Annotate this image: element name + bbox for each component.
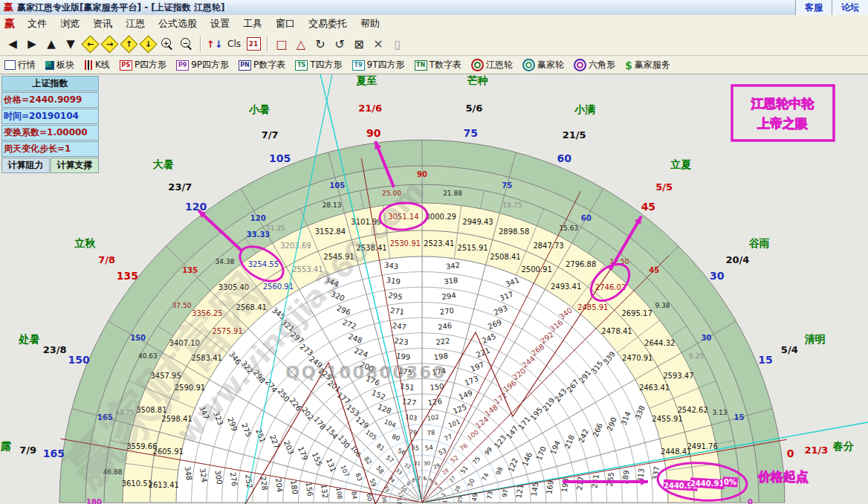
tool-江恩轮[interactable]: 江恩轮 — [471, 59, 513, 71]
triangle-tool-icon[interactable]: △ — [292, 35, 310, 53]
menu-item-资讯[interactable]: 资讯 — [86, 16, 119, 32]
flip-axis-icon[interactable]: ↑↓ — [206, 35, 224, 53]
clear-icon[interactable]: Cls — [225, 35, 243, 53]
back-icon[interactable]: ◀ — [4, 35, 22, 53]
inner-price-value: 2515.91 — [457, 244, 488, 252]
rim-date-label: 20/4 — [725, 254, 749, 265]
tool-K线[interactable]: K线 — [84, 59, 110, 71]
forward-icon[interactable]: ▶ — [23, 35, 41, 53]
page-down-icon[interactable]: ▼ — [62, 35, 80, 53]
outer-price-value: 3000.29 — [425, 213, 456, 221]
menu-item-浏览[interactable]: 浏览 — [54, 16, 86, 32]
badge-icon: PS — [120, 60, 132, 71]
rim-angle-label: 75 — [464, 127, 478, 139]
pan-up-icon[interactable]: ↑ — [120, 35, 137, 53]
menu-item-窗口[interactable]: 窗口 — [269, 16, 302, 32]
tool-T四方形[interactable]: TST四方形 — [295, 59, 342, 71]
spiral-number: 54 — [424, 444, 433, 452]
tool-P四方形[interactable]: PSP四方形 — [120, 59, 166, 71]
rim-date-label: 23/7 — [168, 181, 192, 193]
customer-service-button[interactable]: 客服 — [795, 0, 832, 16]
qq-watermark: QQ:100800360 — [285, 363, 446, 382]
menu-item-江恩[interactable]: 江恩 — [119, 16, 152, 32]
tool-9T四方形[interactable]: T99T四方形 — [352, 59, 405, 71]
tool-行情[interactable]: 行情 — [4, 59, 36, 71]
badge-icon: TS — [295, 60, 308, 71]
inner-price-value: 2493.41 — [551, 282, 581, 291]
zoom-out-icon[interactable]: − — [178, 35, 195, 53]
outer-price-value: 3254.55 — [248, 260, 279, 268]
spiral-number: 25 — [457, 496, 464, 503]
outer-price-value: 2898.58 — [499, 227, 529, 236]
rim-angle-label: 45 — [641, 201, 655, 213]
solar-term-label: 清明 — [804, 333, 825, 345]
pan-left-icon[interactable]: ← — [81, 35, 99, 53]
pan-right-icon[interactable]: → — [100, 35, 118, 53]
percent-value: 28.13 — [323, 201, 342, 209]
badge-icon: TN — [415, 60, 427, 71]
rotate-ccw-tool-icon[interactable]: ↺ — [331, 35, 349, 53]
price-start-label: 价格起点 — [757, 469, 809, 484]
rim-date-label: 7/9 — [19, 445, 36, 456]
menu-items: 文件浏览资讯江恩公式选股设置工具窗口交易委托帮助 — [21, 16, 386, 32]
quote-field: 时间=20190104 — [1, 109, 99, 124]
rim-date-label: 7/8 — [98, 254, 115, 265]
tool-9P四方形[interactable]: P99P四方形 — [176, 59, 229, 71]
percent-value: 9.38 — [655, 302, 670, 309]
zoom-in-icon[interactable]: + — [158, 35, 176, 53]
calc-support-button[interactable]: 计算支撑 — [51, 158, 99, 173]
boxed-x-tool-icon[interactable]: ⊠ — [350, 35, 368, 53]
tool-六角形[interactable]: 六角形 — [574, 59, 615, 71]
dollar-icon: $ — [625, 59, 632, 71]
tool-赢家轮[interactable]: 赢家轮 — [522, 59, 564, 71]
outer-price-value: 2949.43 — [462, 218, 493, 226]
menu-item-文件[interactable]: 文件 — [21, 16, 54, 32]
quote-field: 周天变化步长=1 — [1, 141, 99, 157]
pan-down-icon[interactable]: ↓ — [139, 35, 157, 53]
gann-wheel-canvas[interactable]: 1234567891011122526272829303132333435364… — [0, 74, 868, 504]
toolbar-separator — [200, 36, 201, 52]
fit-tool-icon[interactable]: ✕ — [369, 35, 387, 53]
delete-tool-icon[interactable]: ▯ — [389, 35, 407, 53]
calendar-icon[interactable]: 21 — [244, 35, 262, 53]
solar-term-label: 立秋 — [74, 237, 96, 249]
angle-value: 90 — [417, 170, 427, 178]
outer-price-value: 3610.51 — [122, 479, 152, 488]
outer-price-value: 3203.69 — [280, 242, 311, 250]
outer-price-value: 3152.84 — [315, 227, 346, 236]
inner-price-value: 2478.41 — [601, 327, 632, 335]
rim-angle-label: 90 — [366, 127, 381, 139]
window-title: 赢家江恩专业版[赢家服务平台] - [上证指数 江恩轮] — [17, 1, 224, 14]
solar-term-label: 处暑 — [19, 333, 40, 345]
toolbar-separator — [267, 36, 268, 52]
start-cell-value: 2440.91 — [690, 479, 725, 488]
spiral-number: 73 — [485, 491, 493, 500]
rect-tool-icon[interactable]: □ — [273, 35, 291, 53]
solar-term-label: 小暑 — [248, 103, 270, 115]
rim-angle-label: 30 — [710, 270, 725, 282]
forum-button[interactable]: 论坛 — [832, 0, 868, 16]
inner-price-value: 2470.91 — [622, 354, 652, 362]
menu-item-帮助[interactable]: 帮助 — [354, 16, 386, 32]
menu-item-工具[interactable]: 工具 — [236, 16, 269, 32]
tool-P数字表[interactable]: PNP数字表 — [239, 59, 285, 71]
menu-item-公式选股[interactable]: 公式选股 — [152, 16, 204, 32]
rim-date-label: 21/6 — [358, 103, 382, 114]
menu-item-交易委托[interactable]: 交易委托 — [302, 16, 354, 32]
calc-resistance-button[interactable]: 计算阻力 — [1, 158, 50, 173]
tool-赢家服务[interactable]: $赢家服务 — [625, 59, 670, 71]
menu-item-设置[interactable]: 设置 — [204, 16, 236, 32]
tool-板块[interactable]: 板块 — [45, 59, 74, 71]
tool-T数字表[interactable]: TNT数字表 — [415, 59, 461, 71]
page-up-icon[interactable]: ▲ — [42, 35, 60, 53]
outer-price-value: 2542.62 — [677, 406, 707, 414]
kline-icon — [84, 60, 93, 70]
solar-term-label: 谷雨 — [748, 237, 770, 249]
inner-price-value: 2500.91 — [521, 265, 551, 274]
angle-value: 135 — [182, 266, 198, 274]
angle-value: 180 — [86, 498, 102, 504]
rotate-cw-tool-icon[interactable]: ↻ — [311, 35, 329, 53]
rim-angle-label: 105 — [269, 152, 291, 164]
angle-value: 105 — [329, 181, 345, 190]
inner-price-value: 2508.41 — [490, 253, 520, 261]
